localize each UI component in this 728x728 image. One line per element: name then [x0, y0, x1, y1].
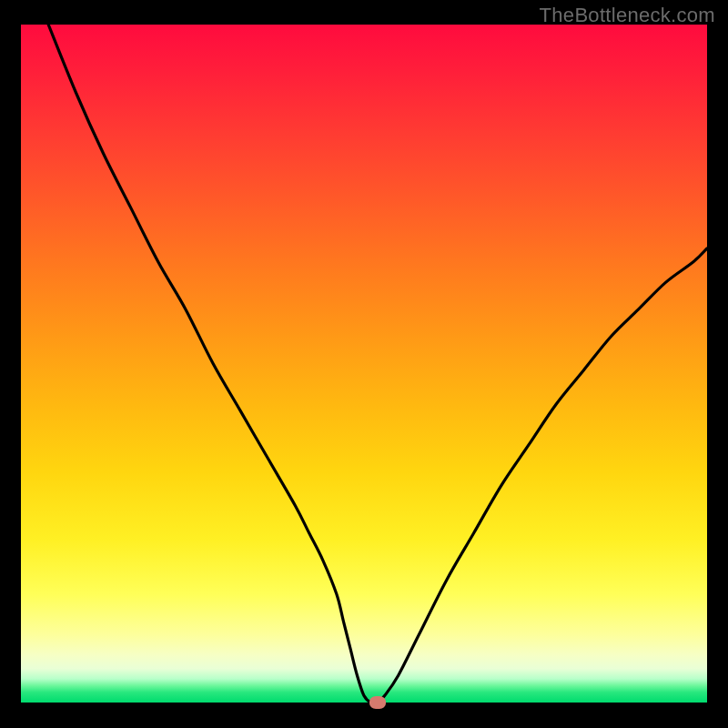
plot-area: [21, 25, 707, 703]
chart-frame: TheBottleneck.com: [0, 0, 728, 728]
watermark-text: TheBottleneck.com: [540, 4, 715, 27]
bottleneck-curve: [21, 25, 707, 703]
optimal-point-marker: [369, 696, 386, 709]
